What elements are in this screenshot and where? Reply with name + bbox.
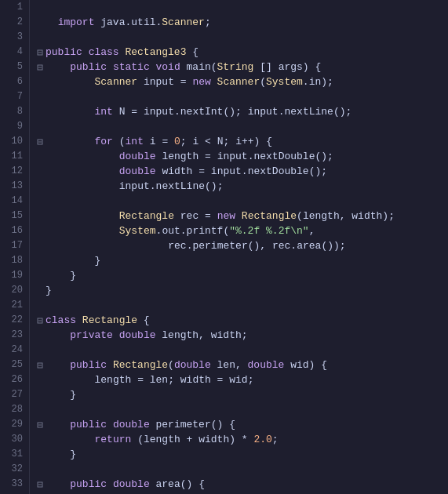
code-line: class Rectangle { xyxy=(35,313,448,328)
fold-indicator xyxy=(35,149,46,164)
line-content: } xyxy=(46,268,448,283)
fold-indicator xyxy=(35,387,46,402)
line-number: 24 xyxy=(0,343,23,358)
fold-indicator xyxy=(35,104,46,119)
fold-indicator xyxy=(35,179,46,194)
line-number: 14 xyxy=(0,194,23,209)
line-number: 12 xyxy=(0,164,23,179)
line-content: class Rectangle { xyxy=(46,313,448,328)
code-line: private double length, width; xyxy=(35,328,448,343)
line-number: 15 xyxy=(0,209,23,223)
fold-indicator xyxy=(35,343,46,358)
line-number: 19 xyxy=(0,268,23,283)
line-numbers: 1234567891011121314151617181920212223242… xyxy=(0,0,30,494)
fold-indicator[interactable] xyxy=(35,477,46,492)
fold-indicator[interactable] xyxy=(35,313,46,328)
code-line: return (length + width) * 2.0; xyxy=(35,432,448,447)
line-content: Rectangle rec = new Rectangle(length, wi… xyxy=(46,209,448,223)
code-line xyxy=(35,194,448,209)
code-content: import java.util.Scanner;public class Re… xyxy=(30,0,448,494)
line-number: 20 xyxy=(0,283,23,298)
code-line: Scanner input = new Scanner(System.in); xyxy=(35,74,448,89)
line-number: 30 xyxy=(0,432,23,447)
line-content: for (int i = 0; i < N; i++) { xyxy=(46,134,448,149)
line-content: public double perimeter() { xyxy=(46,417,448,432)
code-line: public Rectangle(double len, double wid)… xyxy=(35,358,448,372)
code-line: public double perimeter() { xyxy=(35,417,448,432)
fold-indicator[interactable] xyxy=(35,358,46,372)
fold-indicator xyxy=(35,223,46,238)
code-line: public double area() { xyxy=(35,477,448,492)
fold-indicator xyxy=(35,298,46,313)
line-content: private double length, width; xyxy=(46,328,448,343)
line-number: 2 xyxy=(0,15,23,30)
line-number: 5 xyxy=(0,60,23,74)
fold-indicator xyxy=(35,328,46,343)
line-number: 28 xyxy=(0,402,23,417)
fold-indicator xyxy=(35,462,46,477)
code-line xyxy=(35,30,448,45)
line-number: 21 xyxy=(0,298,23,313)
code-line: System.out.printf("%.2f %.2f\n", xyxy=(35,223,448,238)
fold-indicator xyxy=(35,283,46,298)
fold-indicator xyxy=(35,89,46,104)
line-content: rec.perimeter(), rec.area()); xyxy=(46,238,448,253)
line-number: 9 xyxy=(0,119,23,134)
code-line: double width = input.nextDouble(); xyxy=(35,164,448,179)
code-line: double length = input.nextDouble(); xyxy=(35,149,448,164)
code-line xyxy=(35,343,448,358)
fold-indicator[interactable] xyxy=(35,60,46,74)
line-content: input.nextLine(); xyxy=(46,179,448,194)
code-line: } xyxy=(35,253,448,268)
line-content: } xyxy=(46,447,448,462)
fold-indicator xyxy=(35,238,46,253)
line-number: 7 xyxy=(0,89,23,104)
fold-indicator xyxy=(35,253,46,268)
code-line xyxy=(35,119,448,134)
fold-indicator xyxy=(35,15,46,30)
line-content: } xyxy=(46,387,448,402)
line-content: } xyxy=(46,253,448,268)
code-line: } xyxy=(35,283,448,298)
line-number: 13 xyxy=(0,179,23,194)
code-line xyxy=(35,0,448,15)
line-number: 18 xyxy=(0,253,23,268)
code-line xyxy=(35,462,448,477)
line-content: public class Rectangle3 { xyxy=(46,45,448,60)
code-line xyxy=(35,402,448,417)
fold-indicator xyxy=(35,164,46,179)
fold-indicator xyxy=(35,119,46,134)
fold-indicator xyxy=(35,447,46,462)
fold-indicator[interactable] xyxy=(35,134,46,149)
fold-indicator xyxy=(35,209,46,223)
line-number: 26 xyxy=(0,372,23,387)
code-line: for (int i = 0; i < N; i++) { xyxy=(35,134,448,149)
line-number: 1 xyxy=(0,0,23,15)
line-content: public static void main(String [] args) … xyxy=(46,60,448,74)
line-content: public Rectangle(double len, double wid)… xyxy=(46,358,448,372)
line-content: public double area() { xyxy=(46,477,448,492)
line-number: 11 xyxy=(0,149,23,164)
line-content: import java.util.Scanner; xyxy=(46,15,448,30)
line-number: 27 xyxy=(0,387,23,402)
line-content: System.out.printf("%.2f %.2f\n", xyxy=(46,223,448,238)
code-editor: 1234567891011121314151617181920212223242… xyxy=(0,0,448,494)
line-number: 4 xyxy=(0,45,23,60)
line-number: 33 xyxy=(0,477,23,492)
fold-indicator xyxy=(35,74,46,89)
line-number: 25 xyxy=(0,358,23,372)
fold-indicator[interactable] xyxy=(35,417,46,432)
line-content: length = len; width = wid; xyxy=(46,372,448,387)
fold-indicator xyxy=(35,0,46,15)
fold-indicator xyxy=(35,402,46,417)
fold-indicator xyxy=(35,194,46,209)
fold-indicator xyxy=(35,372,46,387)
line-number: 22 xyxy=(0,313,23,328)
line-number: 16 xyxy=(0,223,23,238)
code-line: } xyxy=(35,387,448,402)
code-line: public class Rectangle3 { xyxy=(35,45,448,60)
line-number: 23 xyxy=(0,328,23,343)
fold-indicator[interactable] xyxy=(35,45,46,60)
code-line xyxy=(35,89,448,104)
code-line: public static void main(String [] args) … xyxy=(35,60,448,74)
